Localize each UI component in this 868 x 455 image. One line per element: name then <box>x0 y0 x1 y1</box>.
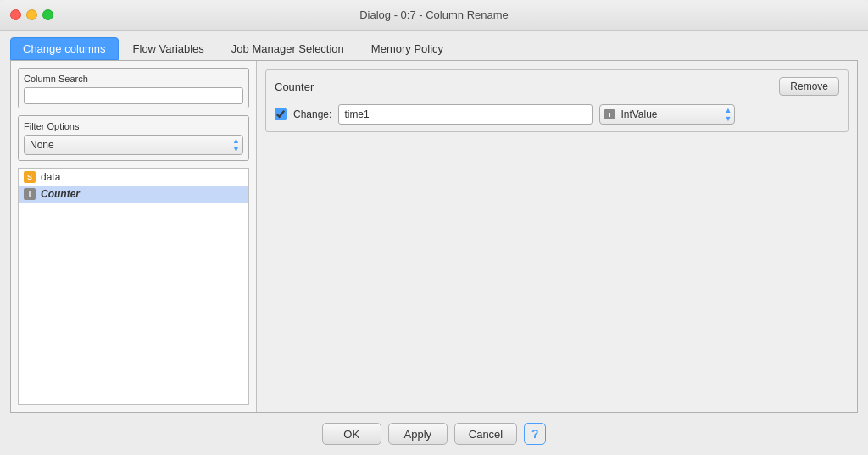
ok-button[interactable]: OK <box>322 423 381 445</box>
filter-group-label: Filter Options <box>24 121 243 131</box>
right-pane: Counter Remove Change: I IntValue String… <box>257 61 857 412</box>
tab-memory-policy[interactable]: Memory Policy <box>359 37 456 60</box>
counter-section: Counter Remove Change: I IntValue String… <box>265 69 849 132</box>
column-list: S data I Counter <box>18 168 249 405</box>
tabs-bar: Change columns Flow Variables Job Manage… <box>0 31 868 60</box>
filter-group: Filter Options None Include Exclude ▲ ▼ <box>18 115 249 161</box>
cancel-button[interactable]: Cancel <box>454 423 517 445</box>
title-bar: Dialog - 0:7 - Column Rename <box>0 0 868 31</box>
counter-title: Counter <box>275 80 314 93</box>
bottom-bar: OK Apply Cancel ? <box>0 413 868 455</box>
search-group: Column Search <box>18 68 249 108</box>
change-row: Change: I IntValue StringValue DoubleVal… <box>275 104 839 125</box>
change-checkbox[interactable] <box>275 108 287 120</box>
type-select[interactable]: IntValue StringValue DoubleValue LongVal… <box>599 104 735 125</box>
window: Dialog - 0:7 - Column Rename Change colu… <box>0 0 868 455</box>
type-select-wrapper: I IntValue StringValue DoubleValue LongV… <box>599 104 735 125</box>
change-input[interactable] <box>338 104 593 125</box>
tab-job-manager-selection[interactable]: Job Manager Selection <box>219 37 357 60</box>
help-button[interactable]: ? <box>524 423 546 445</box>
close-button[interactable] <box>10 9 21 20</box>
window-title: Dialog - 0:7 - Column Rename <box>359 8 509 21</box>
change-label: Change: <box>293 108 331 120</box>
left-pane: Column Search Filter Options None Includ… <box>11 61 257 412</box>
list-item-data[interactable]: S data <box>19 169 248 186</box>
list-item-counter-label: Counter <box>41 188 80 200</box>
type-badge-s: S <box>24 171 36 183</box>
search-input[interactable] <box>24 87 243 104</box>
tab-flow-variables[interactable]: Flow Variables <box>120 37 217 60</box>
list-item-data-label: data <box>41 171 60 183</box>
search-group-label: Column Search <box>24 74 243 84</box>
type-badge-i: I <box>24 188 36 200</box>
main-content: Column Search Filter Options None Includ… <box>0 60 868 413</box>
filter-select[interactable]: None Include Exclude <box>24 135 243 155</box>
maximize-button[interactable] <box>42 9 53 20</box>
apply-button[interactable]: Apply <box>388 423 448 445</box>
remove-button[interactable]: Remove <box>779 77 839 96</box>
traffic-lights <box>10 9 53 20</box>
tab-change-columns[interactable]: Change columns <box>10 37 119 60</box>
pane-container: Column Search Filter Options None Includ… <box>10 60 858 413</box>
filter-select-wrapper: None Include Exclude ▲ ▼ <box>24 135 243 155</box>
counter-header: Counter Remove <box>275 77 839 96</box>
list-item-counter[interactable]: I Counter <box>19 186 248 203</box>
minimize-button[interactable] <box>26 9 37 20</box>
